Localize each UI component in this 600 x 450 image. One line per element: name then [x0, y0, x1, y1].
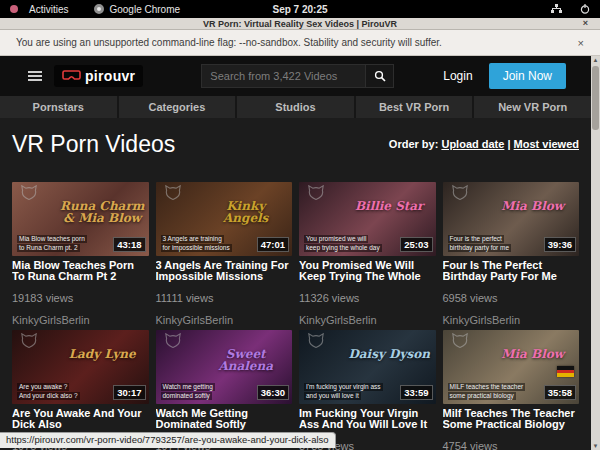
video-thumbnail[interactable]: Runa Charm & Mia Blow Mia Blow teaches p… — [12, 182, 149, 256]
video-title-link[interactable]: Watch Me Getting Dominated Softly — [156, 408, 293, 430]
studio-cat-logo-icon — [19, 185, 39, 205]
page-tab-title: VR Porn: Virtual Reality Sex Videos | Pi… — [203, 19, 397, 29]
nav-item-studios[interactable]: Studios — [235, 96, 354, 118]
search-icon — [374, 70, 386, 82]
studio-cat-logo-icon — [19, 333, 39, 353]
thumbnail-caption: You promised we willkeep trying the whol… — [304, 234, 382, 252]
thumbnail-caption: 3 Angels are trainingfor impossible miss… — [161, 234, 232, 252]
status-url-popup: https://pirouvr.com/vr-porn-video/779325… — [0, 432, 336, 448]
video-thumbnail[interactable]: Kinky Angels 3 Angels are trainingfor im… — [156, 182, 293, 256]
video-views: 11111 views — [156, 292, 293, 304]
order-by: Order by: Upload date | Most viewed — [389, 138, 579, 150]
page-title: VR Porn Videos — [12, 131, 175, 158]
duration-badge: 39:36 — [544, 237, 576, 252]
video-thumbnail[interactable]: Daisy Dyson I'm fucking your virgin assa… — [299, 330, 436, 404]
order-by-most-viewed-link[interactable]: Most viewed — [514, 138, 579, 150]
nav-item-categories[interactable]: Categories — [117, 96, 236, 118]
thumbnail-performer-name: Sweet Analena — [203, 348, 288, 372]
studio-cat-logo-icon — [163, 333, 183, 353]
warning-text: You are using an unsupported command-lin… — [16, 37, 442, 48]
scroll-down-arrow-icon[interactable]: ▼ — [591, 443, 600, 449]
thumbnail-caption: Four is the perfectbirthday party for me — [448, 234, 512, 252]
thumbnail-caption: Mia Blow teaches pornto Runa Charm pt. 2 — [17, 234, 87, 252]
video-thumbnail[interactable]: Billie Star You promised we willkeep try… — [299, 182, 436, 256]
nav-item-new-vr-porn[interactable]: New VR Porn — [472, 96, 591, 118]
warning-close-icon[interactable]: × — [578, 37, 584, 49]
search-input[interactable] — [201, 64, 366, 88]
video-title-link[interactable]: Are You Awake And Your Dick Also — [12, 408, 149, 430]
studio-cat-logo-icon — [306, 185, 326, 205]
duration-badge: 35:58 — [544, 385, 576, 400]
logo-text: pirouvr — [85, 68, 135, 84]
studio-link[interactable]: KinkyGirlsBerlin — [12, 314, 149, 326]
studio-cat-logo-icon — [163, 185, 183, 205]
video-title-link[interactable]: Mia Blow Teaches Porn To Runa Charm Pt 2 — [12, 260, 149, 282]
duration-badge: 33:59 — [400, 385, 432, 400]
page-scrollbar[interactable]: ▲ ▼ — [591, 56, 600, 450]
studio-link[interactable]: KinkyGirlsBerlin — [443, 314, 580, 326]
video-thumbnail[interactable]: Lady Lyne Are you awake ?And your dick a… — [12, 330, 149, 404]
video-views: 11326 views — [299, 292, 436, 304]
studio-link[interactable]: KinkyGirlsBerlin — [299, 314, 436, 326]
video-card[interactable]: Mia Blow MILF teaches the teachersome pr… — [443, 330, 580, 450]
video-thumbnail[interactable]: Mia Blow Four is the perfectbirthday par… — [443, 182, 580, 256]
video-thumbnail[interactable]: Sweet Analena Watch me gettingdominated … — [156, 330, 293, 404]
app-menu[interactable]: Google Chrome — [94, 4, 180, 15]
video-card[interactable]: Mia Blow Four is the perfectbirthday par… — [443, 182, 580, 326]
duration-badge: 43:18 — [113, 237, 145, 252]
system-top-bar: Activities Google Chrome Sep 7 20:25 — [0, 0, 600, 18]
nav-item-pornstars[interactable]: Pornstars — [0, 96, 117, 118]
thumbnail-caption: I'm fucking your virgin assand you will … — [304, 382, 383, 400]
video-grid: Runa Charm & Mia Blow Mia Blow teaches p… — [12, 182, 579, 450]
close-icon[interactable]: × — [583, 18, 588, 28]
nav-item-best-vr-porn[interactable]: Best VR Porn — [354, 96, 473, 118]
thumbnail-caption: Are you awake ?And your dick also ? — [17, 382, 80, 400]
chrome-icon — [94, 4, 104, 14]
video-title-link[interactable]: Four Is The Perfect Birthday Party For M… — [443, 260, 580, 282]
hamburger-menu-icon[interactable] — [28, 71, 42, 81]
duration-badge: 47:01 — [257, 237, 289, 252]
thumbnail-performer-name: Runa Charm & Mia Blow — [60, 200, 145, 224]
main-nav: PornstarsCategoriesStudiosBest VR PornNe… — [0, 96, 591, 118]
clock[interactable]: Sep 7 20:25 — [272, 4, 327, 15]
video-title-link[interactable]: Milf Teaches The Teacher Some Practical … — [443, 408, 580, 430]
order-by-label: Order by: — [389, 138, 439, 150]
studio-cat-logo-icon — [306, 333, 326, 353]
duration-badge: 36:30 — [257, 385, 289, 400]
duration-badge: 30:17 — [113, 385, 145, 400]
order-by-upload-date-link[interactable]: Upload date — [441, 138, 504, 150]
video-title-link[interactable]: 3 Angels Are Training For Impossible Mis… — [156, 260, 293, 282]
join-now-button[interactable]: Join Now — [489, 63, 566, 89]
thumbnail-performer-name: Billie Star — [347, 200, 432, 212]
studio-cat-logo-icon — [450, 333, 470, 353]
login-link[interactable]: Login — [443, 69, 472, 83]
network-tray-icon[interactable] — [551, 4, 562, 14]
thumbnail-performer-name: Daisy Dyson — [347, 348, 432, 360]
sandbox-warning-bar: You are using an unsupported command-lin… — [0, 30, 600, 56]
scroll-up-arrow-icon[interactable]: ▲ — [591, 57, 600, 63]
activities-label: Activities — [29, 4, 68, 15]
video-title-link[interactable]: Im Fucking Your Virgin Ass And You Will … — [299, 408, 436, 430]
content-area: VR Porn Videos Order by: Upload date | M… — [0, 128, 591, 450]
video-card[interactable]: Billie Star You promised we willkeep try… — [299, 182, 436, 326]
video-views: 6958 views — [443, 292, 580, 304]
studio-link[interactable]: KinkyGirlsBerlin — [156, 314, 293, 326]
video-card[interactable]: Kinky Angels 3 Angels are trainingfor im… — [156, 182, 293, 326]
video-title-link[interactable]: You Promised We Will Keep Trying The Who… — [299, 260, 436, 282]
video-card[interactable]: Runa Charm & Mia Blow Mia Blow teaches p… — [12, 182, 149, 326]
app-menu-label: Google Chrome — [109, 4, 180, 15]
site-header: pirouvr Login Join Now — [0, 56, 591, 96]
video-thumbnail[interactable]: Mia Blow MILF teaches the teachersome pr… — [443, 330, 580, 404]
site-logo[interactable]: pirouvr — [54, 65, 143, 87]
vr-goggles-icon — [62, 70, 81, 82]
thumbnail-performer-name: Kinky Angels — [203, 200, 288, 224]
search-button[interactable] — [366, 64, 394, 88]
activities-button[interactable]: Activities — [10, 4, 68, 15]
thumbnail-performer-name: Mia Blow — [490, 200, 575, 212]
recording-indicator-dot — [10, 5, 18, 13]
video-views: 4754 views — [443, 440, 580, 450]
scrollbar-thumb[interactable] — [592, 66, 599, 130]
duration-badge: 25:03 — [400, 237, 432, 252]
thumbnail-performer-name: Mia Blow — [490, 348, 575, 360]
power-icon[interactable] — [580, 4, 590, 14]
